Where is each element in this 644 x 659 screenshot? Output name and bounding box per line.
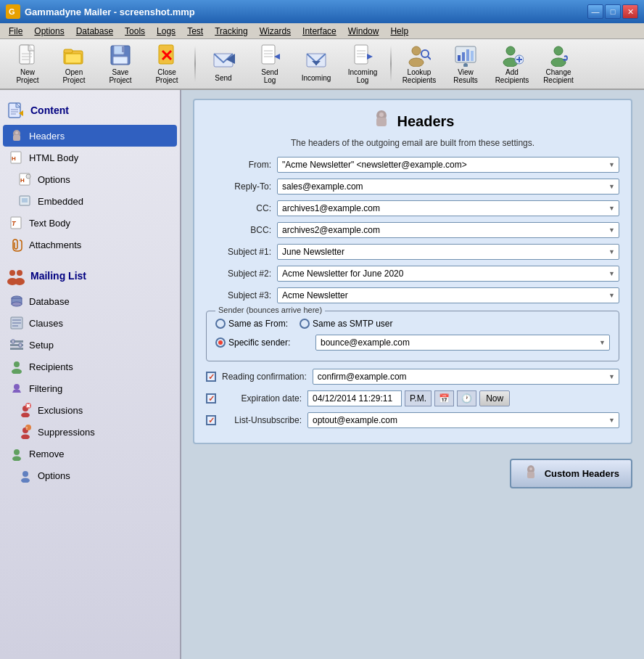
filtering-label: Filtering [29, 383, 62, 394]
send-button[interactable]: Send [202, 42, 245, 86]
clock-button[interactable]: 🕐 [457, 390, 476, 406]
subject3-dropdown-wrapper: Acme Newsletter [277, 287, 619, 303]
view-results-button[interactable]: ViewResults [444, 42, 487, 86]
bcc-label: BCC: [206, 225, 271, 235]
reading-confirmation-dropdown[interactable]: confirm@example.com [313, 369, 619, 385]
lookup-recipients-button[interactable]: LookupRecipients [397, 42, 441, 86]
subject1-row: Subject #1: June Newsletter [206, 244, 619, 260]
subject1-dropdown-wrapper: June Newsletter [277, 244, 619, 260]
bcc-dropdown[interactable]: archives2@example.com [277, 222, 619, 238]
from-label: From: [206, 160, 271, 170]
change-recipient-button[interactable]: ChangeRecipient [537, 42, 580, 86]
replyto-dropdown[interactable]: sales@example.com [277, 179, 619, 195]
menu-database[interactable]: Database [70, 25, 119, 38]
sidebar-item-recipients[interactable]: Recipients [3, 356, 177, 377]
open-project-button[interactable]: OpenProject [52, 42, 96, 86]
app-title: Gammadyne Mailer - screenshot.mmp [25, 7, 195, 17]
svg-point-97 [21, 478, 30, 483]
subject1-dropdown[interactable]: June Newsletter [277, 244, 619, 260]
sidebar-item-clauses[interactable]: Clauses [3, 312, 177, 334]
svg-rect-12 [122, 46, 124, 52]
bcc-dropdown-wrapper: archives2@example.com [277, 222, 619, 238]
menu-test[interactable]: Test [181, 25, 209, 38]
ampm-button[interactable]: P.M. [405, 390, 432, 406]
svg-point-56 [15, 131, 18, 134]
subject2-row: Subject #2: Acme Newsletter for June 202… [206, 266, 619, 282]
close-button[interactable]: ✕ [622, 4, 638, 19]
close-project-button[interactable]: CloseProject [145, 42, 189, 86]
subject3-dropdown[interactable]: Acme Newsletter [277, 287, 619, 303]
sidebar-item-suppressions[interactable]: ! Suppressions [3, 421, 177, 443]
datetime-row: P.M. 📅 🕐 Now [307, 390, 510, 406]
sidebar: Content Headers H HTML Body [0, 90, 181, 659]
custom-headers-label: Custom Headers [545, 468, 619, 479]
menu-options[interactable]: Options [28, 25, 70, 38]
sidebar-item-setup[interactable]: Setup [3, 334, 177, 356]
menu-tools[interactable]: Tools [119, 25, 151, 38]
mailing-title: Mailing List [30, 270, 86, 282]
svg-point-41 [463, 63, 468, 67]
custom-headers-button[interactable]: Custom Headers [510, 459, 632, 488]
specific-sender-radio[interactable]: Specific sender: [215, 337, 310, 348]
add-recipients-button[interactable]: AddRecipients [490, 42, 534, 86]
sidebar-item-text-body[interactable]: T Text Body [3, 212, 177, 234]
add-recipients-label: AddRecipients [495, 68, 529, 84]
html-body-icon: H [9, 150, 25, 165]
specific-sender-dropdown[interactable]: bounce@example.com [315, 335, 610, 351]
menu-window[interactable]: Window [342, 25, 385, 38]
menu-interface[interactable]: Interface [297, 25, 342, 38]
menu-help[interactable]: Help [384, 25, 414, 38]
same-as-from-radio-circle [215, 319, 226, 329]
list-unsubscribe-dropdown[interactable]: optout@example.com [307, 412, 619, 428]
toolbar-separator-1 [194, 46, 196, 82]
panel-title-icon [371, 109, 392, 134]
panel-title-text: Headers [397, 113, 455, 130]
incoming-log-label: IncomingLog [348, 68, 378, 84]
incoming-button[interactable]: Incoming [294, 42, 338, 86]
expiration-date-checkbox[interactable] [206, 393, 216, 404]
sidebar-item-options2[interactable]: Options [3, 464, 177, 486]
title-bar-left: G Gammadyne Mailer - screenshot.mmp [6, 4, 195, 19]
same-as-smtp-radio[interactable]: Same as SMTP user [300, 319, 392, 329]
new-project-button[interactable]: NewProject [6, 42, 49, 86]
sidebar-item-attachments[interactable]: Attachments [3, 234, 177, 255]
expiration-date-input[interactable] [307, 390, 402, 406]
setup-label: Setup [29, 340, 54, 351]
cc-dropdown[interactable]: archives1@example.com [277, 200, 619, 216]
content-title: Content [30, 105, 69, 116]
reading-confirmation-checkbox[interactable] [206, 372, 216, 382]
sidebar-item-exclusions[interactable]: Exclusions [3, 399, 177, 421]
sidebar-item-headers[interactable]: Headers [3, 125, 177, 147]
calendar-button[interactable]: 📅 [434, 390, 454, 406]
from-dropdown-wrapper: "Acme Newsletter" <newsletter@example.co… [277, 157, 619, 173]
remove-label: Remove [29, 449, 64, 459]
app-icon: G [6, 4, 20, 19]
sidebar-item-remove[interactable]: Remove [3, 443, 177, 464]
list-unsubscribe-checkbox[interactable] [206, 415, 216, 425]
menu-file[interactable]: File [3, 25, 28, 38]
incoming-log-button[interactable]: IncomingLog [341, 42, 384, 86]
sidebar-item-html-body[interactable]: H HTML Body [3, 147, 177, 168]
subject2-dropdown[interactable]: Acme Newsletter for June 2020 [277, 266, 619, 282]
list-unsubscribe-label: List-Unsubscribe: [222, 415, 302, 425]
sidebar-item-filtering[interactable]: Filtering [3, 377, 177, 399]
svg-point-67 [17, 270, 22, 276]
menu-logs[interactable]: Logs [151, 25, 181, 38]
maximize-button[interactable]: □ [605, 4, 621, 19]
menu-tracking[interactable]: Tracking [209, 25, 254, 38]
sidebar-item-options[interactable]: H Options [3, 168, 177, 190]
list-unsubscribe-dropdown-wrapper: optout@example.com [307, 412, 619, 428]
same-as-from-radio[interactable]: Same as From: [215, 319, 288, 329]
sidebar-item-embedded[interactable]: Embedded [3, 190, 177, 212]
sidebar-item-database[interactable]: Database [3, 290, 177, 312]
svg-rect-63 [22, 198, 28, 202]
now-button[interactable]: Now [479, 390, 510, 406]
menu-wizards[interactable]: Wizards [254, 25, 297, 38]
save-project-button[interactable]: SaveProject [99, 42, 142, 86]
text-body-icon: T [9, 215, 25, 231]
attachments-label: Attachments [29, 240, 81, 250]
send-log-button[interactable]: SendLog [248, 42, 292, 86]
from-dropdown[interactable]: "Acme Newsletter" <newsletter@example.co… [277, 157, 619, 173]
main-layout: Content Headers H HTML Body [0, 90, 644, 659]
minimize-button[interactable]: — [587, 4, 603, 19]
